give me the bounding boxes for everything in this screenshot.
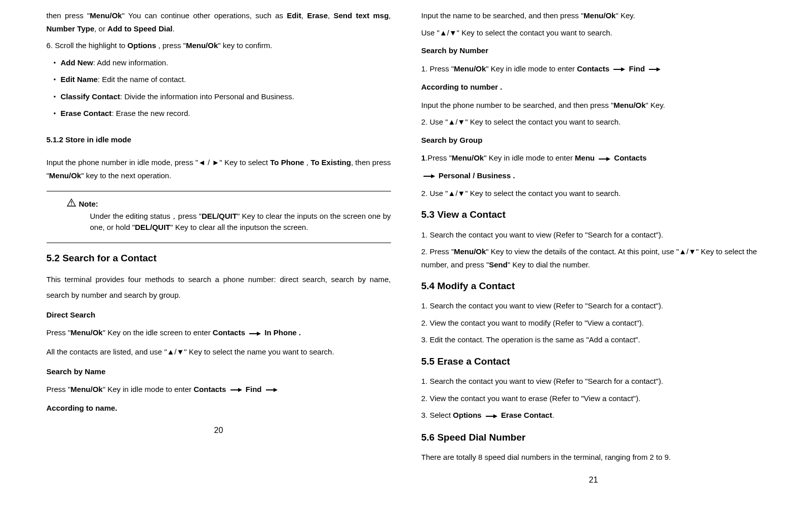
bullet-list: Add New: Add new information. Edit Name:… [47, 56, 391, 120]
text: Input the phone number in idle mode, pre… [47, 158, 270, 167]
svg-marker-8 [274, 388, 278, 392]
paragraph: All the contacts are listed, and use "▲/… [47, 344, 391, 360]
text-bold: Send [489, 260, 508, 269]
text-bold: Menu/Ok [70, 328, 102, 337]
page-number: 21 [421, 473, 766, 487]
text-bold: 1 [421, 153, 426, 162]
warning-icon [67, 197, 76, 211]
arrow-right-icon [423, 170, 435, 183]
heading-52: 5.2 Search for a Contact [47, 250, 391, 266]
divider [47, 191, 391, 191]
text: . [552, 411, 554, 419]
text: Input the phone number to be searched, a… [421, 101, 614, 109]
text: , [328, 11, 333, 20]
text-bold: Contacts [614, 153, 646, 162]
paragraph: There are totally 8 speed dial numbers i… [421, 451, 766, 464]
bullet-item: Classify Contact: Divide the information… [47, 90, 391, 103]
text: " key to confirm. [218, 41, 272, 50]
text-bold: Options [128, 41, 157, 50]
text-bold: Contacts [577, 64, 609, 73]
text: " Key. [615, 11, 635, 20]
text-bold: Menu [575, 153, 595, 162]
note-block: Note: Under the editing status，press "DE… [47, 197, 391, 233]
text: Under the editing status，press " [90, 212, 202, 220]
text-bold: Menu/Ok [584, 11, 615, 20]
text-bold: Contacts [194, 385, 226, 393]
arrow-right-icon [230, 383, 242, 397]
paragraph: 3. Select Options Erase Contact. [421, 409, 766, 422]
text-bold: Personal / Business . [439, 171, 515, 180]
paragraph: 2. Use "▲/▼" Key to select the contact y… [421, 187, 766, 200]
heading-53: 5.3 View a Contact [421, 207, 766, 223]
text: " Key to clear all the inputson the scre… [170, 223, 308, 231]
heading-55: 5.5 Erase a Contact [421, 353, 766, 370]
text: Input the name to be searched, and then … [421, 11, 584, 20]
paragraph: Personal / Business . [421, 169, 766, 183]
text-bold: Classify Contact [61, 92, 121, 101]
text: .Press " [426, 153, 452, 162]
paragraph: 3. Edit the contact. The operation is th… [421, 333, 766, 346]
paragraph: Input the name to be searched, and then … [421, 9, 766, 22]
paragraph: Input the phone number to be searched, a… [421, 99, 766, 112]
svg-marker-4 [257, 332, 261, 336]
svg-marker-14 [606, 157, 610, 161]
text: , or [94, 24, 107, 33]
text-bold: Contacts [213, 328, 245, 337]
text: 1. Press " [421, 64, 454, 73]
heading-56: 5.6 Speed Dial Number [421, 429, 766, 446]
page-right: Input the name to be searched, and then … [421, 5, 766, 487]
text-bold: To Existing [311, 158, 351, 167]
text: : Edit the name of contact. [98, 75, 186, 84]
paragraph: 1. Search the contact you want to view (… [421, 375, 766, 388]
paragraph: Use "▲/▼" Key to select the contact you … [421, 26, 766, 39]
text: , [389, 11, 391, 20]
text-bold: Find [246, 385, 262, 393]
text: Press " [47, 385, 71, 393]
text: then press " [47, 11, 90, 20]
paragraph-bold: According to name. [47, 402, 391, 415]
text-bold: DEL/QUIT [202, 212, 237, 220]
text: " Key on the idle screen to enter [103, 328, 213, 337]
text-bold: Menu/Ok [613, 101, 645, 109]
text: " Key to dial the number. [508, 260, 590, 269]
text-bold: Add to Speed Dial [107, 24, 172, 33]
arrow-right-icon [249, 327, 261, 340]
heading-search-by-name: Search by Name [47, 365, 391, 378]
heading-512: 5.1.2 Store in idle mode [47, 133, 391, 146]
text: " Key in idle mode to enter [103, 385, 194, 393]
text: " Key. [646, 101, 665, 109]
text-bold: Erase Contact [61, 109, 112, 117]
text-bold: Menu/Ok [90, 11, 122, 20]
paragraph: Press "Menu/Ok" Key in idle mode to ente… [47, 383, 391, 397]
arrow-right-icon [265, 383, 278, 397]
list-item: 6. Scroll the highlight to Options , pre… [47, 39, 391, 52]
paragraph: 1. Press "Menu/Ok" Key in idle mode to e… [421, 62, 766, 76]
text: , press " [156, 41, 186, 50]
bullet-item: Add New: Add new information. [47, 56, 391, 69]
bullet-item: Erase Contact: Erase the new record. [47, 107, 391, 120]
arrow-right-icon [598, 152, 610, 166]
text: Press " [47, 328, 71, 337]
text-bold: In Phone . [264, 328, 301, 337]
paragraph: 2. View the contact you want to erase (R… [421, 392, 766, 405]
heading-search-by-group: Search by Group [421, 134, 766, 147]
paragraph: Input the phone number in idle mode, pre… [47, 156, 391, 182]
note-body: Under the editing status，press "DEL/QUIT… [90, 211, 391, 233]
text: , [304, 158, 311, 167]
text: " Key in idle mode to enter [486, 64, 577, 73]
paragraph: then press "Menu/Ok" You can continue ot… [47, 9, 391, 35]
note-header: Note: [67, 197, 391, 211]
text-bold: DEL/QUIT [135, 223, 170, 231]
text: " Key in idle mode to enter [484, 153, 575, 162]
text-bold: To Phone [270, 158, 304, 167]
paragraph: 1. Search the contact you want to view (… [421, 228, 766, 242]
text-bold: Menu/Ok [70, 385, 102, 393]
paragraph: Press "Menu/Ok" Key on the idle screen t… [47, 326, 391, 340]
text: . [172, 24, 174, 33]
svg-marker-6 [238, 388, 242, 392]
heading-54: 5.4 Modify a Contact [421, 278, 766, 294]
text-bold: Menu/Ok [186, 41, 218, 50]
text-bold: Menu/Ok [452, 153, 484, 162]
text-bold: Erase Contact [501, 411, 552, 419]
text-bold: Add New [61, 58, 93, 67]
